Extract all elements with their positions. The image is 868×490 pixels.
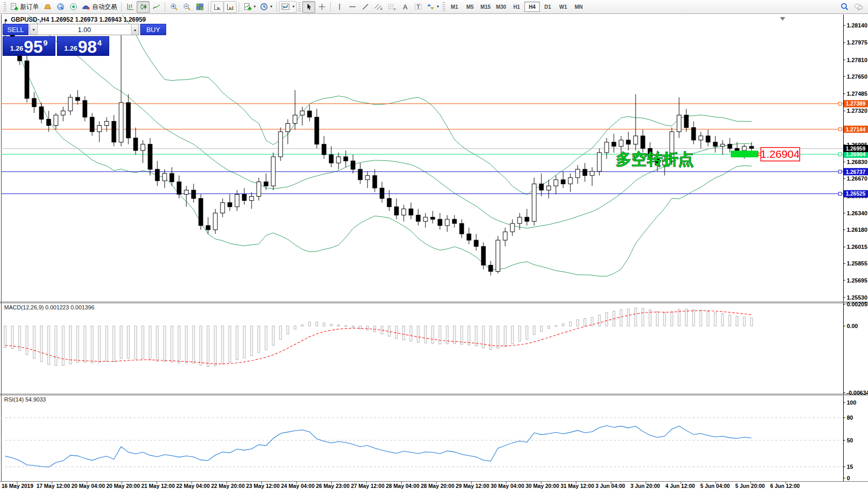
search-button[interactable]: [838, 1, 851, 13]
macd-bar: [490, 326, 492, 350]
line-chart-button[interactable]: [150, 1, 163, 13]
sell-price-box[interactable]: 1.26 95 9: [3, 36, 55, 56]
vertical-line-tool-button[interactable]: [333, 1, 346, 13]
toolbar-grip[interactable]: [4, 2, 6, 12]
toolbar-grip[interactable]: [298, 2, 301, 12]
candle-body: [445, 219, 449, 226]
line-handle[interactable]: [838, 102, 842, 105]
chart-shift-button[interactable]: [224, 1, 237, 13]
zoom-out-button[interactable]: [180, 1, 193, 13]
macd-bar: [664, 313, 666, 326]
chat-button[interactable]: [851, 1, 866, 13]
annotation-text[interactable]: 多空转折点: [616, 151, 694, 168]
navigator-button[interactable]: [54, 1, 67, 13]
toolbar-grip[interactable]: [443, 2, 445, 12]
timeframe-d1-button[interactable]: D1: [540, 2, 555, 12]
autotrading-label: 自动交易: [92, 3, 117, 11]
line-handle[interactable]: [838, 128, 842, 131]
rsi-axis-label: 100: [847, 399, 856, 406]
candle-body: [452, 219, 457, 224]
zoom-out-icon: [183, 3, 191, 11]
line-handle[interactable]: [838, 153, 842, 156]
bar-chart-button[interactable]: [124, 1, 137, 13]
candlestick-chart-button[interactable]: [137, 1, 150, 13]
candle-body: [300, 111, 304, 115]
macd-bar: [243, 326, 245, 358]
timeframe-w1-button[interactable]: W1: [555, 2, 571, 12]
timeframe-m1-button[interactable]: M1: [447, 2, 462, 12]
timeframe-m5-button[interactable]: M5: [462, 2, 478, 12]
macd-bar: [106, 326, 108, 361]
fibonacci-tool-button[interactable]: F: [385, 1, 399, 13]
market-watch-button[interactable]: [41, 1, 54, 13]
profiles-clock-button[interactable]: ▾: [258, 1, 274, 13]
candle-body: [235, 194, 239, 206]
candle-body: [329, 155, 333, 163]
chart-shift-marker[interactable]: [780, 17, 785, 21]
volume-decrease-button[interactable]: ▼: [30, 24, 38, 35]
candle-body: [68, 97, 72, 111]
text-icon: A: [401, 3, 409, 11]
chart-canvas[interactable]: 多空转折点1.281401.279751.278101.276501.27485…: [0, 0, 868, 490]
sell-button[interactable]: SELL: [3, 24, 28, 35]
timeframe-h1-button[interactable]: H1: [509, 2, 524, 12]
crosshair-tool-button[interactable]: [315, 1, 328, 13]
candlesticks: [3, 19, 754, 276]
time-axis-label: 16 May 2019: [2, 483, 33, 489]
volume-input[interactable]: [38, 24, 131, 35]
text-label-tool-button[interactable]: T: [411, 1, 424, 13]
candle-body: [431, 217, 435, 219]
timeframe-mn-button[interactable]: MN: [571, 2, 586, 12]
macd-bar: [77, 326, 79, 362]
auto-scroll-button[interactable]: [211, 1, 224, 13]
price-tag-text: 1.26525: [846, 190, 865, 197]
highlight-box[interactable]: [731, 151, 758, 157]
cursor-tool-button[interactable]: [302, 1, 315, 13]
collapse-panel-icon[interactable]: ▲: [4, 17, 8, 22]
candle-body: [134, 138, 138, 151]
horizontal-line-tool-button[interactable]: [346, 1, 359, 13]
timeframe-h4-button[interactable]: H4: [524, 2, 540, 12]
candle-body: [735, 149, 739, 151]
svg-text:A: A: [403, 3, 408, 11]
channel-tool-button[interactable]: E: [372, 1, 385, 13]
timeframe-m30-button[interactable]: M30: [493, 2, 509, 12]
trendline-tool-button[interactable]: [359, 1, 372, 13]
buy-price-box[interactable]: 1.26 98 4: [57, 36, 110, 56]
macd-bar: [540, 326, 542, 331]
timeframe-m15-button[interactable]: M15: [478, 2, 493, 12]
candle-body: [32, 98, 36, 107]
candle-body: [358, 169, 362, 180]
candle-body: [692, 128, 696, 140]
macd-axis-label: 0.002059: [847, 301, 868, 307]
arrows-tool-button[interactable]: ▾: [424, 1, 441, 13]
volume-stepper: ▼ ▲: [30, 24, 139, 35]
svg-text:F: F: [394, 8, 396, 11]
autotrading-icon: [82, 3, 90, 11]
macd-bar: [171, 326, 173, 362]
tile-windows-button[interactable]: [193, 1, 206, 13]
zoom-in-icon: [170, 3, 178, 11]
signals-icon: [69, 3, 78, 11]
candle-body: [561, 180, 565, 184]
macd-bar: [164, 326, 166, 362]
buy-button[interactable]: BUY: [140, 24, 166, 35]
macd-bar: [149, 326, 151, 360]
indicators-button[interactable]: ▾: [279, 1, 297, 13]
new-order-button[interactable]: 新订单: [8, 1, 41, 13]
buy-price-sup: 4: [97, 38, 101, 47]
signals-button[interactable]: [67, 1, 80, 13]
macd-bar: [279, 326, 282, 339]
line-handle[interactable]: [838, 192, 842, 195]
macd-bar: [395, 326, 398, 339]
autotrading-button[interactable]: 自动交易: [80, 1, 119, 13]
price-tag-text: 1.27144: [846, 126, 865, 132]
volume-increase-button[interactable]: ▲: [131, 24, 139, 35]
macd-bar: [743, 317, 745, 326]
toolbar-separator: [121, 2, 122, 12]
candle-body: [155, 169, 159, 181]
line-handle[interactable]: [838, 170, 842, 173]
text-tool-button[interactable]: A: [399, 1, 411, 13]
zoom-in-button[interactable]: [167, 1, 180, 13]
new-chart-button[interactable]: ▾: [241, 1, 258, 13]
